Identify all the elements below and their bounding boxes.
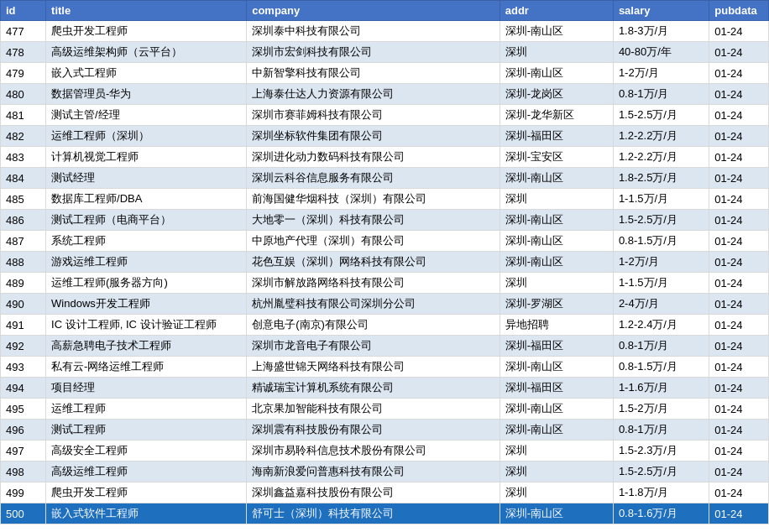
cell-company: 深圳泰中科技有限公司 [247, 21, 500, 42]
cell-addr: 深圳-南山区 [500, 357, 613, 378]
cell-title: IC 设计工程师, IC 设计验证工程师 [46, 315, 247, 336]
cell-addr: 深圳 [500, 42, 613, 63]
table-row[interactable]: 493私有云-网络运维工程师上海盛世锦天网络科技有限公司深圳-南山区0.8-1.… [1, 357, 769, 378]
cell-addr: 深圳-南山区 [500, 420, 613, 441]
table-row[interactable]: 489运维工程师(服务器方向)深圳市解放路网络科技有限公司深圳1-1.5万/月0… [1, 273, 769, 294]
cell-company: 创意电子(南京)有限公司 [247, 315, 500, 336]
cell-title: 运维工程师 [46, 399, 247, 420]
table-row[interactable]: 481测试主管/经理深圳市赛菲姆科技有限公司深圳-龙华新区1.5-2.5万/月0… [1, 105, 769, 126]
cell-id: 478 [1, 42, 46, 63]
column-header-addr: addr [500, 1, 613, 21]
cell-salary: 1.8-3万/月 [613, 21, 709, 42]
cell-company: 杭州胤璧科技有限公司深圳分公司 [247, 294, 500, 315]
cell-pubdata: 01-24 [709, 63, 769, 84]
cell-title: 高级安全工程师 [46, 441, 247, 462]
cell-id: 492 [1, 336, 46, 357]
cell-addr: 深圳 [500, 482, 613, 503]
cell-pubdata: 01-24 [709, 315, 769, 336]
table-body: 477爬虫开发工程师深圳泰中科技有限公司深圳-南山区1.8-3万/月01-244… [1, 21, 769, 524]
cell-company: 北京果加智能科技有限公司 [247, 399, 500, 420]
table-row[interactable]: 485数据库工程师/DBA前海国健华烟科技（深圳）有限公司深圳1-1.5万/月0… [1, 189, 769, 210]
cell-id: 477 [1, 21, 46, 42]
cell-title: 数据管理员-华为 [46, 84, 247, 105]
cell-title: 爬虫开发工程师 [46, 482, 247, 503]
table-row[interactable]: 500嵌入式软件工程师舒可士（深圳）科技有限公司深圳-南山区0.8-1.6万/月… [1, 503, 769, 524]
cell-salary: 1.8-2.5万/月 [613, 168, 709, 189]
table-row[interactable]: 484测试经理深圳云科谷信息服务有限公司深圳-南山区1.8-2.5万/月01-2… [1, 168, 769, 189]
column-header-salary: salary [613, 1, 709, 21]
column-header-id: id [1, 1, 46, 21]
cell-company: 深圳市解放路网络科技有限公司 [247, 273, 500, 294]
table-row[interactable]: 492高薪急聘电子技术工程师深圳市龙音电子有限公司深圳-福田区0.8-1万/月0… [1, 336, 769, 357]
cell-salary: 1.5-2万/月 [613, 399, 709, 420]
table-row[interactable]: 491IC 设计工程师, IC 设计验证工程师创意电子(南京)有限公司异地招聘1… [1, 315, 769, 336]
cell-id: 483 [1, 147, 46, 168]
cell-id: 495 [1, 399, 46, 420]
table-row[interactable]: 480数据管理员-华为上海泰仕达人力资源有限公司深圳-龙岗区0.8-1万/月01… [1, 84, 769, 105]
table-row[interactable]: 494项目经理精诚瑞宝计算机系统有限公司深圳-福田区1-1.6万/月01-24 [1, 378, 769, 399]
table-row[interactable]: 482运维工程师（深圳）深圳坐标软件集团有限公司深圳-福田区1.2-2.2万/月… [1, 126, 769, 147]
cell-company: 深圳云科谷信息服务有限公司 [247, 168, 500, 189]
table-row[interactable]: 498高级运维工程师海南新浪爱问普惠科技有限公司深圳1.5-2.5万/月01-2… [1, 462, 769, 482]
cell-title: 嵌入式软件工程师 [46, 503, 247, 524]
cell-salary: 1-1.5万/月 [613, 273, 709, 294]
cell-addr: 深圳-罗湖区 [500, 294, 613, 315]
cell-title: 私有云-网络运维工程师 [46, 357, 247, 378]
cell-title: Windows开发工程师 [46, 294, 247, 315]
cell-addr: 深圳-南山区 [500, 63, 613, 84]
cell-addr: 深圳-南山区 [500, 252, 613, 273]
cell-company: 舒可士（深圳）科技有限公司 [247, 503, 500, 524]
table-row[interactable]: 486测试工程师（电商平台）大地零一（深圳）科技有限公司深圳-南山区1.5-2.… [1, 210, 769, 231]
cell-pubdata: 01-24 [709, 273, 769, 294]
cell-salary: 2-4万/月 [613, 294, 709, 315]
cell-addr: 深圳-南山区 [500, 399, 613, 420]
table-row[interactable]: 483计算机视觉工程师深圳进化动力数码科技有限公司深圳-宝安区1.2-2.2万/… [1, 147, 769, 168]
table-row[interactable]: 490Windows开发工程师杭州胤璧科技有限公司深圳分公司深圳-罗湖区2-4万… [1, 294, 769, 315]
table-row[interactable]: 499爬虫开发工程师深圳鑫益嘉科技股份有限公司深圳1-1.8万/月01-24 [1, 482, 769, 503]
cell-pubdata: 01-24 [709, 482, 769, 503]
cell-company: 深圳市赛菲姆科技有限公司 [247, 105, 500, 126]
cell-addr: 深圳-龙岗区 [500, 84, 613, 105]
cell-title: 运维工程师（深圳） [46, 126, 247, 147]
cell-pubdata: 01-24 [709, 21, 769, 42]
cell-company: 深圳市龙音电子有限公司 [247, 336, 500, 357]
cell-salary: 0.8-1万/月 [613, 336, 709, 357]
cell-addr: 深圳-福田区 [500, 378, 613, 399]
cell-company: 深圳市宏剑科技有限公司 [247, 42, 500, 63]
cell-id: 480 [1, 84, 46, 105]
cell-salary: 1.5-2.3万/月 [613, 441, 709, 462]
cell-company: 上海盛世锦天网络科技有限公司 [247, 357, 500, 378]
cell-id: 498 [1, 462, 46, 482]
job-table: idtitlecompanyaddrsalarypubdata 477爬虫开发工… [0, 0, 769, 524]
cell-company: 花色互娱（深圳）网络科技有限公司 [247, 252, 500, 273]
cell-title: 项目经理 [46, 378, 247, 399]
cell-id: 500 [1, 503, 46, 524]
cell-salary: 0.8-1.5万/月 [613, 231, 709, 252]
cell-company: 深圳鑫益嘉科技股份有限公司 [247, 482, 500, 503]
table-header: idtitlecompanyaddrsalarypubdata [1, 1, 769, 21]
column-header-company: company [247, 1, 500, 21]
cell-title: 数据库工程师/DBA [46, 189, 247, 210]
table-row[interactable]: 478高级运维架构师（云平台）深圳市宏剑科技有限公司深圳40-80万/年01-2… [1, 42, 769, 63]
cell-company: 中原地产代理（深圳）有限公司 [247, 231, 500, 252]
cell-salary: 1.2-2.2万/月 [613, 126, 709, 147]
table-row[interactable]: 496测试工程师深圳震有科技股份有限公司深圳-南山区0.8-1万/月01-24 [1, 420, 769, 441]
table-row[interactable]: 495运维工程师北京果加智能科技有限公司深圳-南山区1.5-2万/月01-24 [1, 399, 769, 420]
data-table-container: idtitlecompanyaddrsalarypubdata 477爬虫开发工… [0, 0, 769, 524]
column-header-title: title [46, 1, 247, 21]
cell-company: 上海泰仕达人力资源有限公司 [247, 84, 500, 105]
cell-company: 深圳进化动力数码科技有限公司 [247, 147, 500, 168]
cell-pubdata: 01-24 [709, 210, 769, 231]
cell-company: 深圳震有科技股份有限公司 [247, 420, 500, 441]
cell-title: 嵌入式工程师 [46, 63, 247, 84]
table-row[interactable]: 488游戏运维工程师花色互娱（深圳）网络科技有限公司深圳-南山区1-2万/月01… [1, 252, 769, 273]
table-row[interactable]: 477爬虫开发工程师深圳泰中科技有限公司深圳-南山区1.8-3万/月01-24 [1, 21, 769, 42]
table-row[interactable]: 479嵌入式工程师中新智擎科技有限公司深圳-南山区1-2万/月01-24 [1, 63, 769, 84]
cell-pubdata: 01-24 [709, 126, 769, 147]
table-row[interactable]: 487系统工程师中原地产代理（深圳）有限公司深圳-南山区0.8-1.5万/月01… [1, 231, 769, 252]
table-row[interactable]: 497高级安全工程师深圳市易聆科信息技术股份有限公司深圳1.5-2.3万/月01… [1, 441, 769, 462]
cell-title: 测试经理 [46, 168, 247, 189]
cell-addr: 深圳-南山区 [500, 168, 613, 189]
cell-company: 海南新浪爱问普惠科技有限公司 [247, 462, 500, 482]
cell-title: 高级运维工程师 [46, 462, 247, 482]
